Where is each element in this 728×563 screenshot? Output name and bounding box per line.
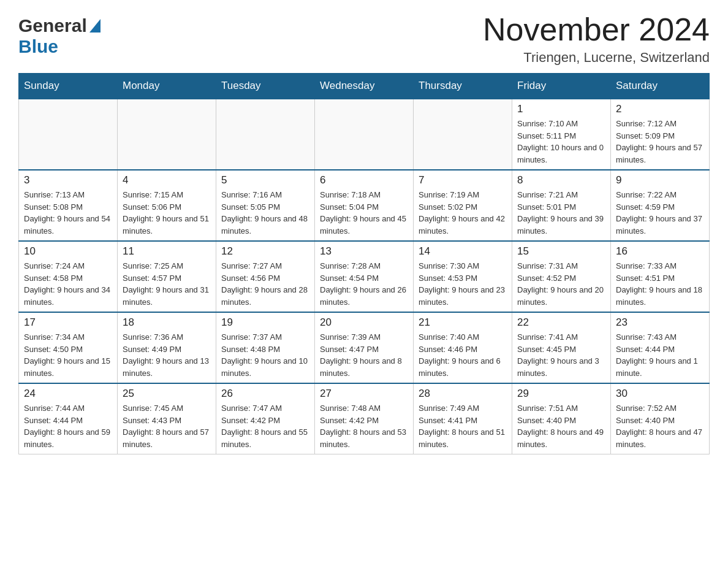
weekday-header-wednesday: Wednesday: [315, 74, 414, 99]
day-number: 11: [123, 245, 211, 258]
day-number: 29: [517, 388, 605, 400]
day-info: Sunrise: 7:28 AMSunset: 4:54 PMDaylight:…: [320, 260, 408, 308]
day-number: 10: [24, 245, 112, 258]
logo-general-text: General: [18, 15, 87, 36]
calendar-cell: 21Sunrise: 7:40 AMSunset: 4:46 PMDayligh…: [414, 312, 512, 383]
page-header: General Blue November 2024 Triengen, Luc…: [18, 12, 710, 66]
day-number: 26: [221, 388, 309, 400]
day-info: Sunrise: 7:52 AMSunset: 4:40 PMDaylight:…: [616, 402, 704, 450]
day-number: 27: [320, 388, 408, 400]
weekday-header-saturday: Saturday: [611, 74, 710, 99]
day-info: Sunrise: 7:41 AMSunset: 4:45 PMDaylight:…: [517, 331, 605, 379]
day-number: 23: [616, 316, 704, 329]
day-info: Sunrise: 7:44 AMSunset: 4:44 PMDaylight:…: [24, 402, 112, 450]
calendar-cell: 17Sunrise: 7:34 AMSunset: 4:50 PMDayligh…: [19, 312, 118, 383]
day-info: Sunrise: 7:25 AMSunset: 4:57 PMDaylight:…: [123, 260, 211, 308]
day-info: Sunrise: 7:15 AMSunset: 5:06 PMDaylight:…: [123, 189, 211, 237]
day-info: Sunrise: 7:33 AMSunset: 4:51 PMDaylight:…: [616, 260, 704, 308]
calendar-cell: 15Sunrise: 7:31 AMSunset: 4:52 PMDayligh…: [512, 241, 611, 312]
calendar-cell: 20Sunrise: 7:39 AMSunset: 4:47 PMDayligh…: [315, 312, 414, 383]
day-info: Sunrise: 7:40 AMSunset: 4:46 PMDaylight:…: [419, 331, 507, 379]
month-title: November 2024: [483, 12, 710, 47]
day-info: Sunrise: 7:21 AMSunset: 5:01 PMDaylight:…: [517, 189, 605, 237]
calendar-cell: [118, 99, 216, 170]
day-number: 4: [123, 174, 211, 186]
calendar-cell: 28Sunrise: 7:49 AMSunset: 4:41 PMDayligh…: [414, 383, 512, 454]
calendar-cell: 12Sunrise: 7:27 AMSunset: 4:56 PMDayligh…: [216, 241, 315, 312]
calendar-cell: 18Sunrise: 7:36 AMSunset: 4:49 PMDayligh…: [118, 312, 216, 383]
day-info: Sunrise: 7:49 AMSunset: 4:41 PMDaylight:…: [419, 402, 507, 450]
calendar-cell: 7Sunrise: 7:19 AMSunset: 5:02 PMDaylight…: [414, 170, 512, 241]
day-number: 8: [517, 174, 605, 186]
calendar-cell: 25Sunrise: 7:45 AMSunset: 4:43 PMDayligh…: [118, 383, 216, 454]
calendar-cell: 22Sunrise: 7:41 AMSunset: 4:45 PMDayligh…: [512, 312, 611, 383]
day-number: 28: [419, 388, 507, 400]
calendar-cell: 3Sunrise: 7:13 AMSunset: 5:08 PMDaylight…: [19, 170, 118, 241]
calendar-cell: 19Sunrise: 7:37 AMSunset: 4:48 PMDayligh…: [216, 312, 315, 383]
calendar-week-1: 1Sunrise: 7:10 AMSunset: 5:11 PMDaylight…: [19, 99, 710, 170]
calendar-week-4: 17Sunrise: 7:34 AMSunset: 4:50 PMDayligh…: [19, 312, 710, 383]
day-number: 21: [419, 316, 507, 329]
weekday-header-friday: Friday: [512, 74, 611, 99]
calendar-cell: 14Sunrise: 7:30 AMSunset: 4:53 PMDayligh…: [414, 241, 512, 312]
weekday-header-row: SundayMondayTuesdayWednesdayThursdayFrid…: [19, 74, 710, 99]
calendar-week-3: 10Sunrise: 7:24 AMSunset: 4:58 PMDayligh…: [19, 241, 710, 312]
calendar-cell: 4Sunrise: 7:15 AMSunset: 5:06 PMDaylight…: [118, 170, 216, 241]
svg-marker-0: [89, 19, 100, 33]
calendar-cell: [414, 99, 512, 170]
day-info: Sunrise: 7:31 AMSunset: 4:52 PMDaylight:…: [517, 260, 605, 308]
day-number: 12: [221, 245, 309, 258]
weekday-header-tuesday: Tuesday: [216, 74, 315, 99]
day-number: 19: [221, 316, 309, 329]
day-number: 9: [616, 174, 704, 186]
calendar-cell: 13Sunrise: 7:28 AMSunset: 4:54 PMDayligh…: [315, 241, 414, 312]
location-title: Triengen, Lucerne, Switzerland: [483, 50, 710, 66]
day-number: 22: [517, 316, 605, 329]
calendar-cell: 5Sunrise: 7:16 AMSunset: 5:05 PMDaylight…: [216, 170, 315, 241]
calendar-cell: 10Sunrise: 7:24 AMSunset: 4:58 PMDayligh…: [19, 241, 118, 312]
calendar-cell: 1Sunrise: 7:10 AMSunset: 5:11 PMDaylight…: [512, 99, 611, 170]
day-number: 13: [320, 245, 408, 258]
calendar-table: SundayMondayTuesdayWednesdayThursdayFrid…: [18, 73, 710, 454]
logo: General Blue: [18, 12, 100, 57]
day-info: Sunrise: 7:13 AMSunset: 5:08 PMDaylight:…: [24, 189, 112, 237]
day-number: 7: [419, 174, 507, 186]
day-number: 25: [123, 388, 211, 400]
day-number: 16: [616, 245, 704, 258]
calendar-cell: 24Sunrise: 7:44 AMSunset: 4:44 PMDayligh…: [19, 383, 118, 454]
day-number: 2: [616, 103, 704, 115]
day-number: 6: [320, 174, 408, 186]
day-info: Sunrise: 7:37 AMSunset: 4:48 PMDaylight:…: [221, 331, 309, 379]
day-info: Sunrise: 7:45 AMSunset: 4:43 PMDaylight:…: [123, 402, 211, 450]
day-info: Sunrise: 7:18 AMSunset: 5:04 PMDaylight:…: [320, 189, 408, 237]
day-info: Sunrise: 7:16 AMSunset: 5:05 PMDaylight:…: [221, 189, 309, 237]
day-number: 14: [419, 245, 507, 258]
day-number: 3: [24, 174, 112, 186]
calendar-cell: 26Sunrise: 7:47 AMSunset: 4:42 PMDayligh…: [216, 383, 315, 454]
day-number: 18: [123, 316, 211, 329]
day-number: 17: [24, 316, 112, 329]
calendar-cell: 8Sunrise: 7:21 AMSunset: 5:01 PMDaylight…: [512, 170, 611, 241]
calendar-week-2: 3Sunrise: 7:13 AMSunset: 5:08 PMDaylight…: [19, 170, 710, 241]
day-info: Sunrise: 7:22 AMSunset: 4:59 PMDaylight:…: [616, 189, 704, 237]
day-number: 20: [320, 316, 408, 329]
title-block: November 2024 Triengen, Lucerne, Switzer…: [483, 12, 710, 66]
logo-triangle-icon: [89, 19, 100, 35]
weekday-header-thursday: Thursday: [414, 74, 512, 99]
day-number: 30: [616, 388, 704, 400]
day-number: 1: [517, 103, 605, 115]
calendar-week-5: 24Sunrise: 7:44 AMSunset: 4:44 PMDayligh…: [19, 383, 710, 454]
calendar-cell: [216, 99, 315, 170]
day-info: Sunrise: 7:24 AMSunset: 4:58 PMDaylight:…: [24, 260, 112, 308]
calendar-cell: 27Sunrise: 7:48 AMSunset: 4:42 PMDayligh…: [315, 383, 414, 454]
day-info: Sunrise: 7:12 AMSunset: 5:09 PMDaylight:…: [616, 118, 704, 166]
day-info: Sunrise: 7:34 AMSunset: 4:50 PMDaylight:…: [24, 331, 112, 379]
calendar-cell: 2Sunrise: 7:12 AMSunset: 5:09 PMDaylight…: [611, 99, 710, 170]
day-info: Sunrise: 7:19 AMSunset: 5:02 PMDaylight:…: [419, 189, 507, 237]
calendar-cell: 16Sunrise: 7:33 AMSunset: 4:51 PMDayligh…: [611, 241, 710, 312]
calendar-cell: 23Sunrise: 7:43 AMSunset: 4:44 PMDayligh…: [611, 312, 710, 383]
logo-blue-text: Blue: [18, 36, 58, 56]
day-info: Sunrise: 7:10 AMSunset: 5:11 PMDaylight:…: [517, 118, 605, 166]
day-info: Sunrise: 7:39 AMSunset: 4:47 PMDaylight:…: [320, 331, 408, 379]
calendar-cell: [19, 99, 118, 170]
